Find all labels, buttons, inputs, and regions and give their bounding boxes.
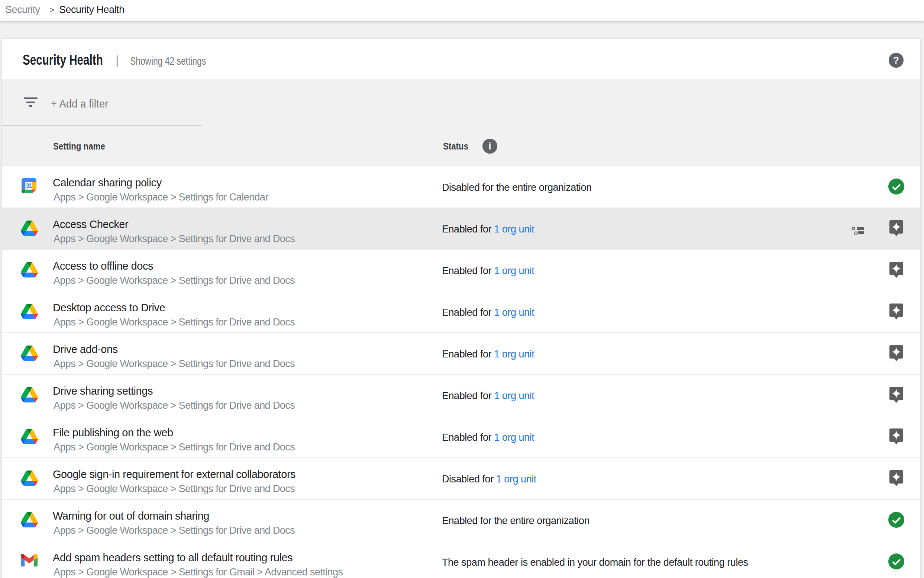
svg-text:31: 31 [26,183,32,189]
